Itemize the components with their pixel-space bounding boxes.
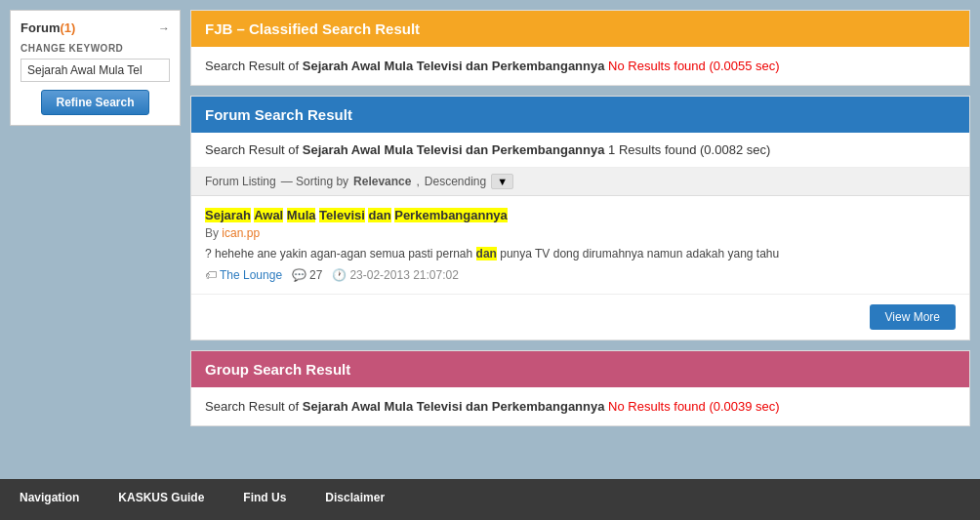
title-word-1: Sejarah — [205, 208, 251, 222]
footer-guide-title: KASKUS Guide — [118, 491, 204, 504]
group-section: Group Search Result Search Result of Sej… — [190, 350, 970, 426]
fjb-result-text: No Results found (0.0055 sec) — [608, 59, 780, 73]
forum-result-count: 1 Results found (0.0082 sec) — [608, 142, 770, 157]
post-tag-label: The Lounge — [220, 268, 282, 282]
view-more-row: View More — [191, 295, 969, 340]
post-comments: 💬 27 — [292, 268, 322, 282]
title-word-4: Televisi — [319, 208, 365, 222]
group-header: Group Search Result — [191, 351, 969, 387]
title-word-6: Perkembangannya — [394, 208, 508, 222]
group-result-prefix: Search Result of — [205, 399, 299, 414]
page-wrapper: Forum(1) → CHANGE KEYWORD Refine Search … — [0, 0, 980, 520]
sidebar-forum-title: Forum(1) — [20, 20, 75, 35]
forum-sorting-prefix: — Sorting by — [281, 175, 348, 188]
footer-col-disclaimer: Disclaimer — [325, 491, 385, 508]
group-header-text: Group Search Result — [205, 361, 350, 378]
sidebar-arrow: → — [158, 21, 170, 35]
post-tag-link[interactable]: 🏷 The Lounge — [205, 268, 282, 282]
title-word-2: Awal — [254, 208, 283, 222]
sidebar-section: Forum(1) → CHANGE KEYWORD Refine Search — [10, 10, 181, 126]
refine-search-button[interactable]: Refine Search — [41, 90, 148, 115]
post-title-row: Sejarah Awal Mula Televisi dan — [205, 208, 956, 222]
forum-sorting-by: Relevance — [353, 175, 411, 188]
comment-icon: 💬 — [292, 268, 306, 282]
fjb-result-prefix: Search Result of — [205, 59, 299, 73]
forum-post-item: Sejarah Awal Mula Televisi dan — [191, 196, 969, 295]
view-more-button[interactable]: View More — [870, 304, 956, 330]
fjb-header-text: FJB – Classified Search Result — [205, 20, 420, 37]
footer: Navigation KASKUS Guide Find Us Disclaim… — [0, 479, 980, 520]
fjb-body: Search Result of Sejarah Awal Mula Telev… — [191, 47, 969, 85]
footer-col-guide: KASKUS Guide — [118, 491, 204, 508]
sidebar: Forum(1) → CHANGE KEYWORD Refine Search — [10, 10, 181, 469]
post-meta: 🏷 The Lounge 💬 27 🕐 23-02-2013 21:07:02 — [205, 268, 956, 282]
footer-disclaimer-title: Disclaimer — [325, 491, 385, 504]
tag-icon: 🏷 — [205, 268, 217, 282]
forum-result-info: Search Result of Sejarah Awal Mula Telev… — [191, 133, 969, 168]
title-word-5: dan — [368, 208, 390, 222]
post-by: By ican.pp — [205, 226, 956, 240]
by-label: By — [205, 226, 219, 240]
search-input[interactable] — [20, 59, 170, 82]
forum-label: Forum — [20, 20, 60, 35]
comment-count: 27 — [309, 268, 322, 282]
forum-listing-label: Forum Listing — [205, 175, 276, 188]
group-keyword: Sejarah Awal Mula Televisi dan Perkemban… — [303, 399, 605, 414]
post-excerpt: ? hehehe ane yakin agan-agan semua pasti… — [205, 245, 956, 262]
post-author-link[interactable]: ican.pp — [222, 226, 260, 240]
forum-listing-bar: Forum Listing — Sorting by Relevance, De… — [191, 168, 969, 196]
fjb-header: FJB – Classified Search Result — [191, 11, 969, 47]
fjb-keyword: Sejarah Awal Mula Televisi dan Perkemban… — [303, 59, 605, 73]
change-keyword-label: CHANGE KEYWORD — [20, 43, 170, 54]
footer-col-findus: Find Us — [243, 491, 286, 508]
forum-body: Search Result of Sejarah Awal Mula Telev… — [191, 133, 969, 340]
main-content: Forum(1) → CHANGE KEYWORD Refine Search … — [0, 0, 980, 479]
fjb-section: FJB – Classified Search Result Search Re… — [190, 10, 970, 86]
sidebar-forum-header: Forum(1) → — [20, 20, 170, 35]
forum-header-text: Forum Search Result — [205, 106, 352, 123]
post-title: Sejarah Awal Mula Televisi dan — [205, 208, 508, 222]
forum-sorting-order: Descending — [425, 175, 486, 188]
forum-keyword: Sejarah Awal Mula Televisi dan Perkemban… — [303, 142, 605, 157]
excerpt-highlight: dan — [476, 247, 497, 260]
group-body: Search Result of Sejarah Awal Mula Telev… — [191, 387, 969, 425]
forum-result-prefix: Search Result of — [205, 142, 299, 157]
forum-section: Forum Search Result Search Result of Sej… — [190, 96, 970, 340]
sort-toggle-button[interactable]: ▼ — [491, 174, 513, 189]
footer-nav-title: Navigation — [20, 491, 79, 504]
post-date-value: 23-02-2013 21:07:02 — [349, 268, 458, 282]
post-date: 🕐 23-02-2013 21:07:02 — [332, 268, 458, 282]
forum-header: Forum Search Result — [191, 97, 969, 133]
group-result-text: No Results found (0.0039 sec) — [608, 399, 780, 414]
title-word-3: Mula — [287, 208, 316, 222]
footer-col-navigation: Navigation — [20, 491, 79, 508]
forum-count: (1) — [60, 20, 75, 35]
footer-findus-title: Find Us — [243, 491, 286, 504]
clock-icon: 🕐 — [332, 268, 347, 282]
results-area: FJB – Classified Search Result Search Re… — [190, 10, 970, 469]
